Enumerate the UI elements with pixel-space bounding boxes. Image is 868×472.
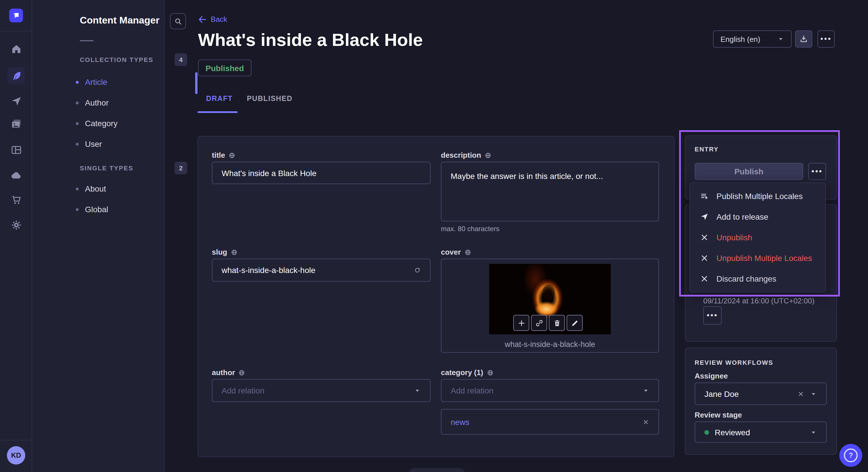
strapi-logo-icon[interactable] [9,9,23,22]
more-horizontal-icon: ••• [707,312,718,318]
globe-icon [485,152,491,159]
sidebar-title: Content Manager [80,15,160,26]
locale-select[interactable]: English (en) [713,30,792,47]
bullet-icon [76,208,79,211]
sidebar-item-global[interactable]: Global [76,202,191,216]
tab-published[interactable]: PUBLISHED [247,93,292,104]
sidebar-item-category[interactable]: Category [76,116,191,130]
globe-icon [228,152,236,159]
author-relation-select[interactable]: Add relation [212,379,431,402]
chevron-down-icon [414,387,421,394]
content-type-builder-icon[interactable] [0,140,32,160]
clear-assignee-icon[interactable] [797,390,804,397]
search-button[interactable] [170,13,186,29]
single-types-heading: SINGLE TYPES [80,165,133,171]
bullet-icon [76,187,79,190]
sidebar-item-author[interactable]: Author [76,96,191,109]
cover-actions [513,315,583,331]
sidebar-item-label: Author [85,98,109,107]
cover-field-label: cover [441,248,471,256]
tab-draft[interactable]: DRAFT [206,93,233,104]
regenerate-slug-icon[interactable] [414,267,421,274]
relation-link[interactable]: news [451,417,469,427]
app-window: KD Content Manager COLLECTION TYPES 4 Ar… [0,0,868,472]
help-button[interactable]: ? [839,444,862,467]
entry-more-button[interactable]: ••• [808,163,826,180]
category-relation-select[interactable]: Add relation [441,379,659,402]
sidebar-item-user[interactable]: User [76,137,191,151]
chevron-down-icon [777,36,784,42]
edit-media-button[interactable] [567,315,583,331]
trash-icon [553,318,561,327]
active-tab-underline [197,111,238,113]
bullet-icon [76,80,79,83]
media-library-icon[interactable] [0,113,32,133]
sidebar-item-label: About [85,184,106,193]
cross-icon [700,274,709,283]
stage-status-dot [704,430,709,434]
content-manager-feather-icon[interactable] [0,66,32,86]
slug-field-label: slug [212,248,237,256]
review-stage-select[interactable]: Reviewed [694,422,827,443]
cross-icon [700,254,709,263]
home-icon[interactable] [0,39,32,59]
menu-item-unpublish-multiple-locales[interactable]: Unpublish Multiple Locales [690,248,826,268]
sidebar-item-about[interactable]: About [76,182,191,196]
menu-item-add-to-release[interactable]: Add to release [690,206,826,227]
status-badge: Published [198,60,251,76]
cover-filename: what-s-inside-a-black-hole [441,340,659,349]
cross-icon [700,233,709,242]
information-more-button[interactable]: ••• [703,306,722,325]
avatar[interactable]: KD [7,446,25,465]
author-field-label: author [212,368,245,377]
marketplace-cart-icon[interactable] [0,190,32,209]
rail-bottom-divider [0,440,32,440]
sidebar-item-label: Article [85,77,107,87]
publish-button[interactable]: Publish [694,163,803,180]
settings-gear-icon[interactable] [0,215,32,235]
chevron-down-icon [810,390,817,397]
more-horizontal-icon: ••• [811,169,823,174]
description-field-label: description [441,151,491,160]
bullet-icon [76,101,79,104]
releases-paper-plane-icon[interactable] [0,91,32,111]
sidebar-item-label: Category [85,119,118,128]
pencil-icon [570,318,579,327]
sidebar-item-label: Global [85,205,108,214]
copy-link-button[interactable] [531,315,547,331]
single-types-count-badge: 2 [175,162,187,174]
title-field-label: title [212,151,236,160]
paper-plane-icon [700,212,709,222]
globe-icon [487,369,493,376]
sidebar-item-label: User [85,139,102,148]
slug-input[interactable]: what-s-inside-a-black-hole [212,259,431,281]
description-textarea[interactable]: Maybe the answer is in this article, or … [441,162,659,222]
arrow-left-icon [198,15,206,23]
assignee-combobox[interactable]: Jane Doe [694,382,827,405]
delete-media-button[interactable] [549,315,565,331]
rail-divider [0,31,32,32]
more-horizontal-icon: ••• [820,36,832,42]
cloud-icon[interactable] [0,165,32,185]
bullet-icon [76,142,79,145]
menu-item-unpublish[interactable]: Unpublish [690,227,826,248]
review-stage-label: Review stage [694,411,742,419]
review-workflows-panel: REVIEW WORKFLOWS Assignee Jane Doe Revie… [685,347,837,455]
add-media-button[interactable] [513,315,529,331]
sidebar-scrollbar[interactable] [195,72,197,94]
globe-icon [230,248,237,256]
download-icon [799,34,808,43]
review-workflows-heading: REVIEW WORKFLOWS [694,359,773,366]
back-link[interactable]: Back [198,15,227,24]
menu-item-discard-changes[interactable]: Discard changes [690,268,826,289]
page-title: What's inside a Black Hole [198,30,423,50]
title-input[interactable]: What's inside a Black Hole [212,162,431,184]
sidebar-item-article[interactable]: Article [76,75,191,89]
menu-item-publish-multiple-locales[interactable]: Publish Multiple Locales [690,186,826,206]
header-more-button[interactable]: ••• [817,30,835,47]
collection-types-count-badge: 4 [175,53,187,66]
export-button[interactable] [795,30,812,47]
nav-rail: KD [0,0,32,472]
remove-relation-icon[interactable] [642,418,649,425]
globe-icon [464,248,471,256]
